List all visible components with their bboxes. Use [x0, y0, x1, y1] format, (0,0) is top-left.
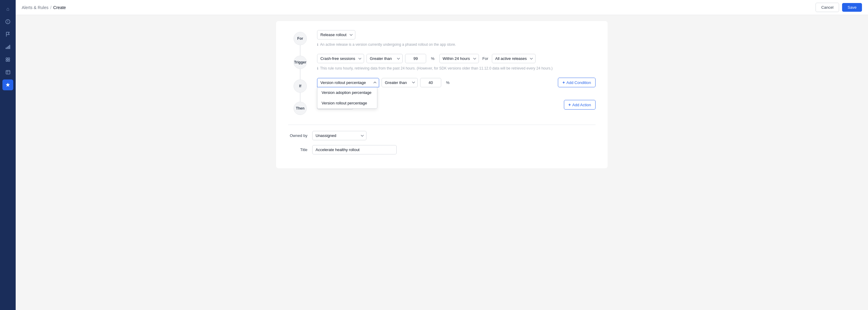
owned-by-row: Owned by Unassigned Team A: [288, 131, 595, 140]
header-actions: Cancel Save: [815, 3, 862, 12]
owned-by-select[interactable]: Unassigned Team A: [312, 131, 367, 140]
if-threshold-input[interactable]: [420, 78, 441, 87]
for-row: For Release rollout ℹ An active release …: [288, 30, 595, 47]
table-icon[interactable]: [2, 67, 13, 78]
title-input[interactable]: [312, 145, 397, 154]
cancel-button[interactable]: Cancel: [815, 3, 839, 12]
sidebar: ⌂ !: [0, 0, 16, 310]
trigger-hint-icon: ℹ: [317, 67, 318, 70]
if-label-container: If: [288, 78, 312, 93]
then-circle: Then: [293, 102, 307, 115]
alert-icon[interactable]: !: [2, 16, 13, 27]
star-icon[interactable]: [2, 79, 13, 90]
trigger-circle: Trigger: [293, 56, 307, 69]
if-condition-container: Version rollout percentage Version adopt…: [317, 78, 379, 87]
trigger-condition-select[interactable]: Greater than: [367, 54, 403, 63]
content: For Release rollout ℹ An active release …: [16, 15, 868, 310]
add-condition-icon: +: [562, 80, 565, 85]
if-operator-select[interactable]: Greater than: [381, 78, 418, 87]
breadcrumb-current: Create: [53, 5, 66, 10]
trigger-content: Crash-free sessions Greater than % Withi…: [312, 54, 595, 70]
trigger-time-select[interactable]: Within 24 hours: [439, 54, 479, 63]
trigger-row: Trigger Crash-free sessions Greater than…: [288, 54, 595, 70]
home-icon[interactable]: ⌂: [2, 4, 13, 14]
flag-icon[interactable]: [2, 29, 13, 40]
for-hint: ℹ An active release is a version current…: [317, 42, 595, 47]
signal-icon[interactable]: [2, 41, 13, 53]
trigger-hint: ℹ This rule runs hourly, retrieving data…: [317, 66, 595, 70]
title-label: Title: [288, 147, 312, 152]
svg-rect-6: [6, 58, 7, 59]
title-row: Title: [288, 145, 595, 154]
save-button[interactable]: Save: [842, 3, 862, 12]
if-row: If Version rollout percentage Version ad…: [288, 78, 595, 93]
add-action-icon: +: [568, 102, 571, 107]
svg-rect-9: [8, 60, 10, 61]
add-action-button[interactable]: + Add Action: [564, 100, 595, 109]
for-select[interactable]: Release rollout: [317, 30, 355, 39]
if-dropdown-item-adoption[interactable]: Version adoption percentage: [317, 87, 377, 98]
trigger-metric-select[interactable]: Crash-free sessions: [317, 54, 364, 63]
breadcrumb: Alerts & Rules / Create: [22, 5, 66, 10]
if-circle: If: [293, 79, 307, 93]
trigger-controls: Crash-free sessions Greater than % Withi…: [317, 54, 595, 63]
svg-text:!: !: [7, 20, 8, 24]
for-label-container: For: [288, 30, 312, 45]
grid-icon[interactable]: [2, 54, 13, 65]
breadcrumb-separator: /: [50, 5, 52, 10]
trigger-hint-text: This rule runs hourly, retrieving data f…: [320, 66, 553, 70]
form-card: For Release rollout ℹ An active release …: [276, 21, 608, 168]
if-unit: %: [444, 80, 452, 85]
trigger-threshold-input[interactable]: [405, 54, 426, 63]
add-condition-label: Add Condition: [566, 80, 591, 85]
trigger-for-label: For: [481, 56, 490, 61]
svg-rect-3: [7, 47, 8, 49]
svg-rect-7: [8, 58, 10, 59]
svg-rect-10: [6, 70, 10, 74]
if-content: Version rollout percentage Version adopt…: [312, 78, 595, 87]
trigger-release-select[interactable]: All active releases: [492, 54, 535, 63]
if-condition-select[interactable]: Version rollout percentage Version adopt…: [317, 78, 379, 87]
hint-icon: ℹ: [317, 43, 318, 47]
owned-by-label: Owned by: [288, 133, 312, 138]
for-hint-text: An active release is a version currently…: [320, 42, 456, 47]
main-area: Alerts & Rules / Create Cancel Save For …: [16, 0, 868, 310]
trigger-label-container: Trigger: [288, 54, 312, 69]
breadcrumb-parent[interactable]: Alerts & Rules: [22, 5, 49, 10]
add-condition-button[interactable]: + Add Condition: [558, 78, 595, 87]
svg-rect-5: [9, 45, 10, 49]
svg-rect-2: [6, 47, 7, 49]
for-content: Release rollout ℹ An active release is a…: [312, 30, 595, 47]
trigger-unit: %: [429, 56, 437, 61]
if-condition-dropdown: Version adoption percentage Version roll…: [317, 87, 377, 109]
add-action-label: Add Action: [572, 103, 591, 107]
svg-rect-4: [8, 46, 9, 49]
then-label-container: Then: [288, 100, 312, 115]
for-circle: For: [293, 32, 307, 45]
if-dropdown-item-rollout[interactable]: Version rollout percentage: [317, 98, 377, 108]
svg-rect-8: [6, 60, 7, 61]
header: Alerts & Rules / Create Cancel Save: [16, 0, 868, 15]
if-controls: Version rollout percentage Version adopt…: [317, 78, 595, 87]
